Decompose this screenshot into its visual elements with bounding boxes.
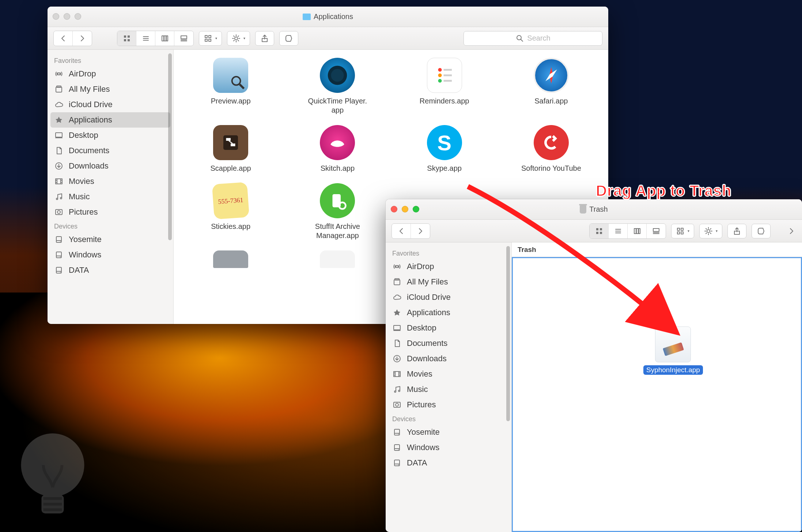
action-button[interactable]: ▾ — [699, 224, 722, 238]
arrange-button[interactable]: ▾ — [671, 224, 694, 238]
toolbar-overflow-button[interactable] — [787, 224, 796, 238]
sidebar-item-pictures[interactable]: Pictures — [48, 204, 173, 220]
sidebar-scrollbar[interactable] — [506, 246, 510, 528]
svg-point-100 — [398, 390, 400, 392]
view-columns-button[interactable] — [628, 224, 647, 238]
sidebar-item-windows[interactable]: Windows — [386, 440, 511, 455]
tags-button[interactable] — [752, 224, 771, 238]
zoom-button[interactable] — [413, 206, 419, 212]
app-item[interactable]: Scapple.app — [189, 125, 273, 173]
view-icons-button[interactable] — [117, 31, 136, 46]
sidebar-item-all-my-files[interactable]: All My Files — [48, 82, 173, 97]
sidebar-item-label: Desktop — [69, 131, 98, 140]
app-icon — [534, 58, 569, 93]
action-button[interactable]: ▾ — [227, 31, 250, 46]
sidebar-item-applications[interactable]: Applications — [50, 112, 170, 128]
tags-button[interactable] — [279, 31, 298, 46]
app-item[interactable]: QuickTime Player.app — [295, 58, 379, 115]
sidebar-item-label: Movies — [69, 177, 94, 186]
sidebar-item-applications[interactable]: Applications — [386, 305, 511, 320]
sidebar-item-label: Documents — [69, 146, 109, 155]
sidebar-item-label: Yosemite — [69, 235, 102, 244]
close-button[interactable] — [391, 206, 397, 212]
share-button[interactable] — [255, 31, 274, 46]
app-icon — [320, 58, 355, 93]
close-button[interactable] — [53, 13, 59, 20]
sidebar-header: Favorites — [48, 54, 173, 66]
sidebar-item-music[interactable]: Music — [386, 382, 511, 397]
share-button[interactable] — [727, 224, 746, 238]
back-button[interactable] — [54, 31, 73, 46]
titlebar[interactable]: Applications — [48, 7, 608, 27]
zoom-button[interactable] — [75, 13, 81, 20]
content-area[interactable]: Trash SyphonInject.app — [512, 242, 802, 532]
app-item[interactable]: Reminders.app — [402, 58, 487, 115]
sidebar-item-icloud-drive[interactable]: iCloud Drive — [48, 97, 173, 112]
sidebar-item-desktop[interactable]: Desktop — [48, 128, 173, 143]
app-label: Stickies.app — [211, 222, 250, 231]
sidebar-item-music[interactable]: Music — [48, 189, 173, 204]
svg-point-39 — [57, 211, 60, 214]
svg-rect-10 — [164, 36, 166, 41]
svg-line-50 — [240, 84, 244, 89]
app-item[interactable]: Softorino YouTube — [509, 125, 593, 173]
svg-point-23 — [58, 73, 60, 75]
forward-button[interactable] — [73, 31, 92, 46]
forward-button[interactable] — [411, 224, 430, 238]
sidebar-item-downloads[interactable]: Downloads — [386, 351, 511, 366]
app-item[interactable]: 555-7361Stickies.app — [189, 183, 273, 240]
sidebar-item-yosemite[interactable]: Yosemite — [386, 425, 511, 440]
sidebar-item-movies[interactable]: Movies — [386, 366, 511, 382]
view-list-button[interactable] — [609, 224, 628, 238]
sidebar-item-label: Downloads — [69, 161, 109, 171]
minimize-button[interactable] — [402, 206, 408, 212]
sidebar-item-icloud-drive[interactable]: iCloud Drive — [386, 290, 511, 305]
app-item[interactable]: Safari.app — [509, 58, 593, 115]
music-icon — [54, 192, 64, 201]
sidebar-item-data[interactable]: DATA — [48, 263, 173, 278]
app-file-icon — [655, 327, 691, 362]
search-field[interactable]: Search — [464, 31, 602, 46]
view-columns-button[interactable] — [155, 31, 174, 46]
svg-rect-5 — [128, 39, 130, 41]
sidebar-item-data[interactable]: DATA — [386, 455, 511, 471]
sidebar-item-desktop[interactable]: Desktop — [386, 320, 511, 336]
downloads-icon — [392, 354, 402, 363]
sidebar-item-airdrop[interactable]: AirDrop — [48, 66, 173, 82]
svg-rect-74 — [634, 229, 636, 234]
app-item[interactable] — [189, 250, 273, 268]
window-controls — [391, 206, 419, 212]
movies-icon — [54, 177, 64, 186]
app-item[interactable] — [295, 250, 379, 268]
watermark-bulb-icon — [5, 426, 100, 528]
sidebar-item-pictures[interactable]: Pictures — [386, 397, 511, 412]
svg-point-99 — [394, 391, 396, 392]
arrange-button[interactable]: ▾ — [199, 31, 222, 46]
app-item[interactable]: Preview.app — [189, 58, 273, 115]
sidebar-item-documents[interactable]: Documents — [386, 336, 511, 351]
titlebar[interactable]: Trash — [386, 199, 802, 220]
view-coverflow-button[interactable] — [174, 31, 193, 46]
view-icons-button[interactable] — [590, 224, 609, 238]
svg-rect-89 — [394, 325, 400, 330]
back-button[interactable] — [392, 224, 411, 238]
sidebar-item-yosemite[interactable]: Yosemite — [48, 232, 173, 247]
view-coverflow-button[interactable] — [647, 224, 666, 238]
sidebar-item-all-my-files[interactable]: All My Files — [386, 274, 511, 290]
svg-rect-15 — [205, 35, 207, 38]
sidebar-item-windows[interactable]: Windows — [48, 247, 173, 263]
sidebar-item-documents[interactable]: Documents — [48, 143, 173, 158]
sidebar-item-movies[interactable]: Movies — [48, 174, 173, 189]
documents-icon — [54, 146, 64, 155]
app-item[interactable]: Skitch.app — [295, 125, 379, 173]
sidebar-item-airdrop[interactable]: AirDrop — [386, 259, 511, 274]
sidebar-item-label: Documents — [407, 339, 447, 348]
sidebar-scrollbar[interactable] — [168, 53, 172, 320]
app-item[interactable]: SSkype.app — [402, 125, 487, 173]
search-placeholder: Search — [527, 34, 550, 42]
file-item[interactable]: SyphonInject.app — [643, 327, 703, 375]
sidebar-item-downloads[interactable]: Downloads — [48, 158, 173, 174]
view-list-button[interactable] — [136, 31, 155, 46]
app-item[interactable]: StuffIt ArchiveManager.app — [295, 183, 379, 240]
minimize-button[interactable] — [64, 13, 70, 20]
